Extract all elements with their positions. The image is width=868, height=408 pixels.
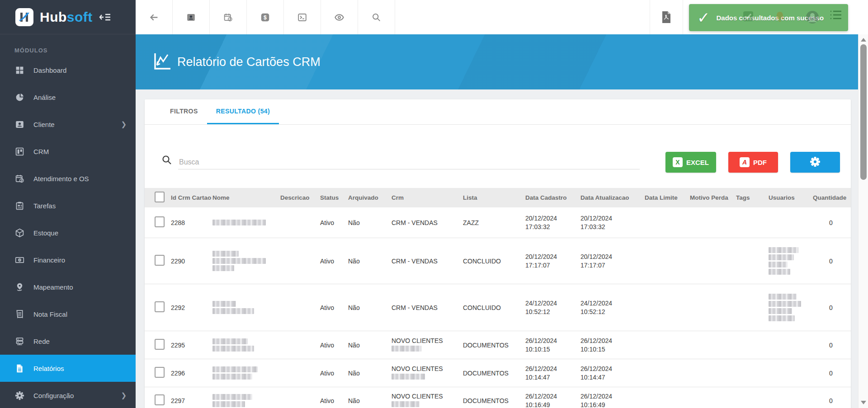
success-toast[interactable]: ✓ Dados consultados com sucesso bbox=[689, 4, 848, 31]
sidebar-item-crm[interactable]: CRM bbox=[0, 138, 136, 165]
cell-data-cadastro: 26/12/202410:14:47 bbox=[525, 361, 580, 385]
tab-resultado-54-[interactable]: RESULTADO (54) bbox=[207, 99, 279, 124]
row-checkbox[interactable] bbox=[155, 367, 165, 378]
cell-id: 2296 bbox=[171, 366, 212, 380]
cell-tags bbox=[736, 304, 769, 311]
cell-data-atualizacao: 26/12/202410:10:15 bbox=[580, 333, 645, 357]
cube-icon bbox=[14, 228, 24, 238]
sidebar-item-relatorios[interactable]: Relatórios bbox=[0, 355, 136, 382]
redacted-text bbox=[212, 301, 236, 307]
cell-nome bbox=[212, 361, 280, 385]
tab-filtros[interactable]: FILTROS bbox=[161, 99, 207, 124]
cell-lista: DOCUMENTOS bbox=[463, 366, 525, 380]
sidebar-item-mapeamento[interactable]: Mapeamento bbox=[0, 273, 136, 300]
cell-id: 2297 bbox=[171, 394, 212, 408]
sidebar-item-label: Relatórios bbox=[33, 365, 64, 372]
cell-arquivado: Não bbox=[348, 366, 392, 380]
sidebar-item-tarefas[interactable]: Tarefas bbox=[0, 192, 136, 219]
table-row: 2296 Ativo Não NOVO CLIENTES DOCUMENTOS … bbox=[145, 359, 851, 387]
column-header: Quantidade bbox=[813, 191, 851, 205]
cell-motivo-perda bbox=[690, 258, 736, 265]
sidebar-item-atendimento-e-os[interactable]: Atendimento e OS bbox=[0, 165, 136, 192]
cell-crm: CRM - VENDAS bbox=[392, 300, 463, 315]
cell-lista: CONCLUIDO bbox=[463, 254, 525, 268]
column-header: Data Limite bbox=[645, 191, 690, 205]
cell-status: Ativo bbox=[320, 366, 348, 380]
client-icon[interactable] bbox=[173, 0, 210, 34]
tasks-check-ghost-icon bbox=[742, 10, 754, 24]
cell-data-atualizacao: 20/12/202417:17:07 bbox=[580, 249, 645, 273]
page-header-banner: Relatório de Cartões CRM bbox=[136, 34, 868, 89]
user-avatar-ghost-icon bbox=[806, 10, 819, 26]
cell-quantidade: 0 bbox=[813, 394, 851, 408]
view-icon[interactable] bbox=[321, 0, 358, 34]
server-icon bbox=[14, 336, 24, 346]
cell-nome bbox=[212, 215, 280, 230]
table-row: 2288 Ativo Não CRM - VENDAS ZAZZ 20/12/2… bbox=[145, 207, 851, 238]
cell-status: Ativo bbox=[320, 338, 348, 352]
scroll-up-arrow[interactable] bbox=[861, 38, 866, 42]
sidebar-item-configuracao[interactable]: Configuração ❯ bbox=[0, 382, 136, 408]
cell-motivo-perda bbox=[690, 397, 736, 404]
cell-data-limite bbox=[645, 342, 690, 349]
redacted-text bbox=[769, 269, 790, 275]
redacted-text bbox=[769, 308, 792, 314]
sidebar-item-dashboard[interactable]: Dashboard bbox=[0, 56, 136, 84]
sidebar-item-label: Rede bbox=[33, 338, 50, 345]
column-header: Motivo Perda bbox=[690, 191, 736, 205]
cell-nome bbox=[212, 246, 280, 276]
table-settings-button[interactable] bbox=[790, 152, 840, 173]
redacted-text bbox=[769, 247, 798, 253]
cell-status: Ativo bbox=[320, 216, 348, 230]
cell-id: 2290 bbox=[171, 254, 212, 268]
sidebar-item-rede[interactable]: Rede bbox=[0, 328, 136, 355]
cell-nome bbox=[212, 389, 280, 408]
vertical-scrollbar[interactable] bbox=[858, 34, 868, 408]
redacted-text bbox=[769, 294, 797, 300]
map-pin-icon bbox=[14, 282, 24, 292]
row-checkbox[interactable] bbox=[155, 301, 165, 312]
row-checkbox[interactable] bbox=[155, 339, 165, 350]
sidebar-item-estoque[interactable]: Estoque bbox=[0, 219, 136, 246]
calendar-clock-icon bbox=[14, 174, 24, 183]
sidebar-item-nota-fiscal[interactable]: Nota Fiscal bbox=[0, 300, 136, 328]
export-pdf-toolbar-button[interactable] bbox=[650, 0, 683, 34]
terminal-icon[interactable] bbox=[284, 0, 321, 34]
sidebar-item-analise[interactable]: Análise bbox=[0, 84, 136, 111]
column-header: Lista bbox=[463, 191, 525, 205]
cell-lista: DOCUMENTOS bbox=[463, 338, 525, 352]
table-row: 2290 Ativo Não CRM - VENDAS CONCLUIDO 20… bbox=[145, 238, 851, 284]
row-checkbox[interactable] bbox=[155, 255, 165, 266]
row-checkbox[interactable] bbox=[155, 394, 165, 405]
select-all-checkbox[interactable] bbox=[155, 192, 165, 202]
cell-crm: CRM - VENDAS bbox=[392, 216, 463, 230]
column-header: Descricao bbox=[280, 191, 320, 205]
cell-data-cadastro: 26/12/202410:16:49 bbox=[525, 389, 580, 408]
cell-motivo-perda bbox=[690, 304, 736, 311]
billing-icon[interactable]: $ bbox=[247, 0, 284, 34]
row-checkbox[interactable] bbox=[155, 216, 165, 227]
redacted-text bbox=[769, 301, 801, 307]
export-excel-button[interactable]: X EXCEL bbox=[665, 152, 716, 173]
cell-data-limite bbox=[645, 304, 690, 311]
search-icon[interactable] bbox=[358, 0, 395, 34]
sidebar-collapse-icon[interactable] bbox=[99, 12, 111, 22]
export-pdf-button[interactable]: A PDF bbox=[728, 152, 778, 173]
cell-descricao bbox=[280, 258, 320, 265]
cell-motivo-perda bbox=[690, 219, 736, 226]
back-arrow-icon[interactable] bbox=[136, 0, 173, 34]
sidebar-item-financeiro[interactable]: $ Financeiro bbox=[0, 246, 136, 273]
table-row: 2297 Ativo Não NOVO CLIENTES DOCUMENTOS … bbox=[145, 387, 851, 408]
cell-usuarios bbox=[769, 342, 813, 349]
cell-arquivado: Não bbox=[348, 300, 392, 315]
schedule-icon[interactable] bbox=[210, 0, 247, 34]
cell-quantidade: 0 bbox=[813, 254, 851, 268]
scroll-down-arrow[interactable] bbox=[861, 401, 866, 404]
results-card: FILTROS RESULTADO (54) X EXCEL A PDF bbox=[145, 99, 851, 408]
search-input[interactable] bbox=[178, 155, 640, 169]
cell-descricao bbox=[280, 370, 320, 377]
cell-data-cadastro: 24/12/202410:52:12 bbox=[525, 295, 580, 320]
sidebar-item-cliente[interactable]: Cliente ❯ bbox=[0, 111, 136, 138]
gear-icon bbox=[810, 156, 821, 169]
scrollbar-thumb[interactable] bbox=[860, 44, 867, 180]
